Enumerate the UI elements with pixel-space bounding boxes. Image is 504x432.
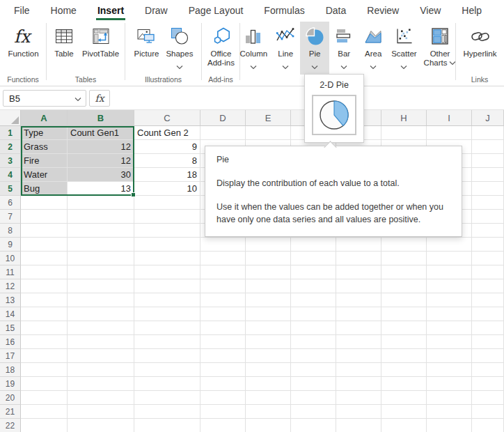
cell-C17[interactable] [134, 349, 200, 363]
cell-E21[interactable] [246, 405, 291, 419]
cell-H15[interactable] [381, 321, 427, 335]
cell-D10[interactable] [200, 252, 246, 265]
cell-I21[interactable] [427, 405, 472, 419]
insert-function-button[interactable]: fx [89, 90, 110, 107]
cell-A7[interactable] [21, 210, 68, 224]
cell-H19[interactable] [381, 377, 427, 391]
menu-tab-formulas[interactable]: Formulas [264, 0, 304, 20]
row-header-15[interactable]: 15 [0, 321, 21, 335]
cell-J2[interactable] [472, 140, 504, 154]
cell-D13[interactable] [200, 293, 246, 307]
cell-H17[interactable] [381, 349, 427, 363]
cell-B13[interactable] [68, 293, 134, 307]
menu-tab-home[interactable]: Home [51, 0, 77, 20]
cell-D19[interactable] [200, 377, 246, 391]
cell-C13[interactable] [134, 293, 200, 307]
cell-C8[interactable] [134, 224, 200, 238]
cell-E22[interactable] [246, 419, 291, 432]
column-header-I[interactable]: I [427, 110, 472, 126]
chevron-down-icon[interactable] [340, 60, 347, 65]
row-header-14[interactable]: 14 [0, 307, 21, 321]
menu-tab-view[interactable]: View [420, 0, 441, 20]
ribbon-button-picture[interactable]: Picture [131, 22, 163, 75]
cell-A6[interactable] [21, 196, 68, 210]
cell-C2[interactable]: 9 [134, 140, 200, 154]
cell-E12[interactable] [246, 279, 291, 293]
cell-A10[interactable] [21, 252, 68, 265]
cell-B7[interactable] [68, 210, 134, 224]
chevron-down-icon[interactable] [74, 93, 81, 104]
cell-F20[interactable] [291, 391, 336, 405]
cell-J10[interactable] [472, 252, 504, 265]
menu-tab-file[interactable]: File [14, 0, 30, 20]
cell-C6[interactable] [134, 196, 200, 210]
cell-C14[interactable] [134, 307, 200, 321]
cell-D15[interactable] [200, 321, 246, 335]
cell-H14[interactable] [381, 307, 427, 321]
menu-tab-draw[interactable]: Draw [145, 0, 168, 20]
menu-tab-help[interactable]: Help [462, 0, 482, 20]
cell-A15[interactable] [21, 321, 68, 335]
chevron-down-icon[interactable] [400, 60, 407, 65]
pie-2d-option[interactable] [312, 95, 356, 135]
cell-C19[interactable] [134, 377, 200, 391]
row-header-22[interactable]: 22 [0, 419, 21, 432]
cell-H20[interactable] [381, 391, 427, 405]
cell-F12[interactable] [291, 279, 336, 293]
chevron-down-icon[interactable] [449, 59, 456, 67]
column-header-A[interactable]: A [21, 110, 68, 126]
cell-F14[interactable] [291, 307, 336, 321]
cell-A18[interactable] [21, 363, 68, 377]
cell-C3[interactable]: 8 [134, 154, 200, 168]
cell-D20[interactable] [200, 391, 246, 405]
cell-G13[interactable] [336, 293, 381, 307]
cell-B17[interactable] [68, 349, 134, 363]
cell-G22[interactable] [336, 419, 381, 432]
column-header-B[interactable]: B [68, 110, 134, 126]
chevron-down-icon[interactable] [176, 60, 183, 65]
cell-F13[interactable] [291, 293, 336, 307]
row-header-17[interactable]: 17 [0, 349, 21, 363]
cell-F9[interactable] [291, 238, 336, 252]
cell-E19[interactable] [246, 377, 291, 391]
cell-B12[interactable] [68, 279, 134, 293]
cell-H11[interactable] [381, 265, 427, 279]
row-header-21[interactable]: 21 [0, 405, 21, 419]
cell-H22[interactable] [381, 419, 427, 432]
cell-F17[interactable] [291, 349, 336, 363]
cell-A16[interactable] [21, 335, 68, 349]
cell-J16[interactable] [472, 335, 504, 349]
cell-B8[interactable] [68, 224, 134, 238]
ribbon-button-scatter[interactable]: Scatter [388, 22, 420, 75]
cell-H12[interactable] [381, 279, 427, 293]
cell-A20[interactable] [21, 391, 68, 405]
cell-D17[interactable] [200, 349, 246, 363]
row-header-13[interactable]: 13 [0, 293, 21, 307]
cell-J11[interactable] [472, 265, 504, 279]
cell-E10[interactable] [246, 252, 291, 265]
ribbon-button-other-charts[interactable]: OtherCharts [420, 22, 460, 75]
row-header-10[interactable]: 10 [0, 252, 21, 265]
cell-I15[interactable] [427, 321, 472, 335]
cell-J18[interactable] [472, 363, 504, 377]
cell-C11[interactable] [134, 265, 200, 279]
cell-B18[interactable] [68, 363, 134, 377]
cell-E16[interactable] [246, 335, 291, 349]
cell-G18[interactable] [336, 363, 381, 377]
row-header-19[interactable]: 19 [0, 377, 21, 391]
row-header-4[interactable]: 4 [0, 168, 21, 182]
column-header-C[interactable]: C [134, 110, 200, 126]
row-header-6[interactable]: 6 [0, 196, 21, 210]
cell-G19[interactable] [336, 377, 381, 391]
cell-C22[interactable] [134, 419, 200, 432]
cell-A5[interactable]: Bug [21, 182, 68, 196]
cell-H9[interactable] [381, 238, 427, 252]
cell-B19[interactable] [68, 377, 134, 391]
cell-G20[interactable] [336, 391, 381, 405]
cell-D12[interactable] [200, 279, 246, 293]
cell-I11[interactable] [427, 265, 472, 279]
cell-E20[interactable] [246, 391, 291, 405]
cell-I18[interactable] [427, 363, 472, 377]
cell-B9[interactable] [68, 238, 134, 252]
cell-J21[interactable] [472, 405, 504, 419]
